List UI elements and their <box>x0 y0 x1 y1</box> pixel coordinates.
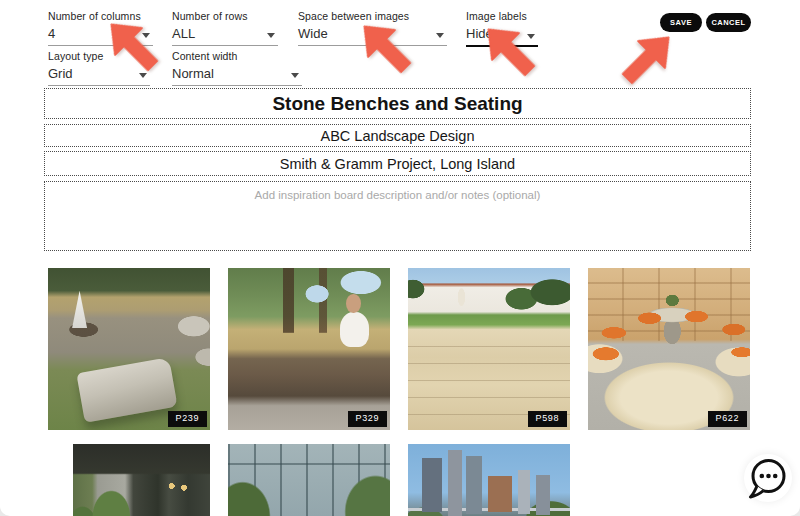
chevron-down-icon <box>139 73 147 78</box>
photo-label-badge: P329 <box>348 411 387 427</box>
inspiration-board-editor: Number of columns 4 Number of rows ALL S… <box>0 0 800 516</box>
photo-terraced-stone-seating <box>408 268 570 430</box>
dropdown-space-between-images[interactable]: Space between images Wide <box>298 10 447 46</box>
image-grid: P239 P329 P598 P622 <box>48 268 750 516</box>
dropdown-content-width[interactable]: Content width Normal <box>172 50 302 86</box>
photo-card[interactable]: P622 <box>588 268 750 430</box>
dropdown-label: Number of rows <box>172 10 278 22</box>
board-designer-input[interactable]: ABC Landscape Design <box>44 124 751 147</box>
photo-card[interactable] <box>73 444 210 516</box>
photo-label-badge: P598 <box>528 411 567 427</box>
photo-card[interactable]: P239 <box>48 268 210 430</box>
photo-card[interactable] <box>408 444 570 516</box>
board-title-input[interactable]: Stone Benches and Seating <box>44 88 751 119</box>
dropdown-value[interactable]: Wide <box>298 24 447 46</box>
chevron-down-icon <box>291 73 299 78</box>
dropdown-label: Layout type <box>48 50 150 62</box>
photo-label-badge: P622 <box>708 411 747 427</box>
chevron-down-icon <box>436 33 444 38</box>
chat-bubble-icon <box>745 455 791 501</box>
dropdown-layout-type[interactable]: Layout type Grid <box>48 50 150 86</box>
board-description-input[interactable]: Add inspiration board description and/or… <box>44 181 751 251</box>
chevron-down-icon <box>267 33 275 38</box>
photo-city-skyline <box>408 444 570 516</box>
dropdown-label: Number of columns <box>48 10 153 22</box>
photo-label-badge: P239 <box>168 411 207 427</box>
save-button[interactable]: SAVE <box>660 13 702 32</box>
dropdown-label: Content width <box>172 50 302 62</box>
cancel-button[interactable]: CANCEL <box>706 13 751 32</box>
photo-stone-bench-fountain <box>48 268 210 430</box>
photo-card[interactable] <box>228 444 390 516</box>
photo-girl-on-stone-wall <box>228 268 390 430</box>
board-project-input[interactable]: Smith & Gramm Project, Long Island <box>44 151 751 176</box>
chat-button[interactable] <box>744 454 792 502</box>
dropdown-label: Image labels <box>466 10 538 22</box>
annotation-arrow-save-icon <box>613 23 684 94</box>
photo-circular-seating-cushions <box>588 268 750 430</box>
dropdown-number-of-rows[interactable]: Number of rows ALL <box>172 10 278 46</box>
dropdown-number-of-columns[interactable]: Number of columns 4 <box>48 10 153 46</box>
dropdown-image-labels[interactable]: Image labels Hide <box>466 10 538 47</box>
photo-card[interactable]: P598 <box>408 268 570 430</box>
dropdown-value[interactable]: Grid <box>48 64 150 86</box>
dropdown-value[interactable]: ALL <box>172 24 278 46</box>
photo-glass-facade-trees <box>228 444 390 516</box>
dropdown-value[interactable]: Normal <box>172 64 302 86</box>
chevron-down-icon <box>527 34 535 39</box>
chevron-down-icon <box>142 33 150 38</box>
photo-card[interactable]: P329 <box>228 268 390 430</box>
dropdown-value[interactable]: 4 <box>48 24 153 46</box>
photo-building-entrance <box>73 444 210 516</box>
dropdown-label: Space between images <box>298 10 447 22</box>
